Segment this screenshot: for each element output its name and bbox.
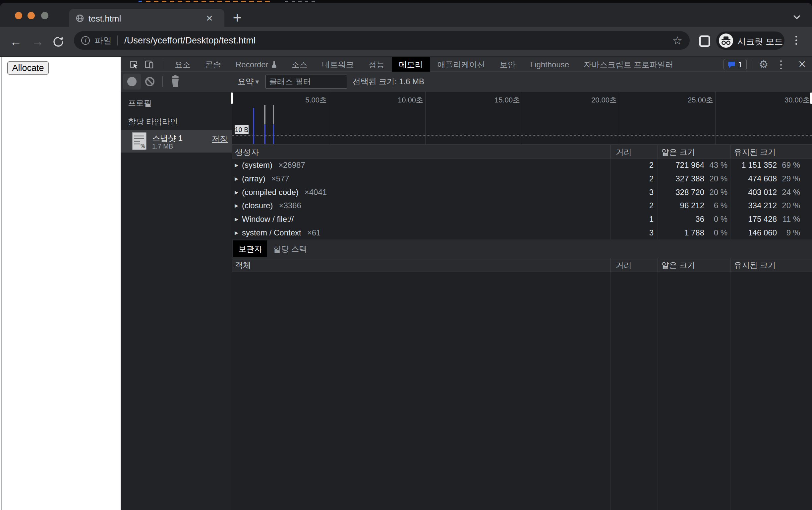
disclosure-triangle-icon[interactable]: ▸ [235, 201, 242, 210]
window-zoom-button[interactable] [41, 12, 49, 19]
column-object[interactable]: 객체 [235, 258, 251, 272]
timeline-gridline [619, 92, 619, 145]
snapshot-icon: % [132, 132, 147, 150]
tab-js-profiler[interactable]: 자바스크립트 프로파일러 [576, 57, 681, 72]
inspect-element-icon[interactable] [129, 60, 138, 69]
tab-search-chevron-icon[interactable] [791, 12, 803, 22]
devtools-settings-gear-icon[interactable]: ⚙ [758, 58, 769, 71]
browser-tab[interactable]: test.html × [69, 9, 224, 27]
tab-console[interactable]: 콘솔 [198, 57, 228, 72]
tab-allocation-stack[interactable]: 할당 스택 [272, 240, 308, 257]
column-divider[interactable] [658, 258, 658, 272]
column-shallow-size[interactable]: 얕은 크기 [661, 258, 695, 272]
snapshot-size: 1.7 MB [152, 143, 173, 150]
new-tab-button[interactable]: + [230, 10, 245, 25]
constructor-table-header: 생성자 거리 얕은 크기 유지된 크기 [232, 145, 812, 159]
tab-lighthouse[interactable]: Lighthouse [523, 57, 576, 72]
column-divider[interactable] [730, 258, 730, 272]
tab-close-icon[interactable]: × [203, 11, 216, 25]
tab-recorder[interactable]: Recorder [228, 57, 284, 72]
device-toolbar-icon[interactable] [145, 60, 154, 69]
shallow-percent: 0 % [706, 228, 727, 237]
disclosure-triangle-icon[interactable]: ▸ [235, 215, 242, 224]
site-info-icon[interactable]: i [81, 36, 90, 45]
table-row[interactable]: ▸system / Context×61 3 1 7880 % 146 0609… [232, 226, 812, 239]
disclosure-triangle-icon[interactable]: ▸ [235, 161, 242, 169]
allocation-bar [264, 124, 266, 144]
browser-menu-icon[interactable] [795, 36, 797, 45]
disclosure-triangle-icon[interactable]: ▸ [235, 188, 242, 197]
table-row[interactable]: ▸(compiled code)×4041 3 328 72020 % 403 … [232, 186, 812, 199]
devtools-menu-icon[interactable] [780, 60, 782, 69]
column-divider[interactable] [658, 145, 658, 159]
record-heap-button[interactable] [127, 77, 137, 86]
table-row[interactable]: ▸(system)×26987 2 721 96443 % 1 151 3526… [232, 159, 812, 172]
allocation-bar [253, 108, 254, 144]
window-minimize-button[interactable] [28, 12, 35, 19]
column-distance[interactable]: 거리 [616, 145, 632, 159]
table-row[interactable]: ▸(closure)×3366 2 96 2126 % 334 21220 % [232, 199, 812, 213]
issues-counter[interactable]: 1 [723, 59, 747, 70]
window-close-button[interactable] [15, 12, 22, 19]
column-divider[interactable] [610, 145, 611, 159]
background-strip [0, 0, 812, 3]
column-shallow-size[interactable]: 얕은 크기 [661, 145, 695, 159]
column-divider[interactable] [610, 258, 611, 272]
forward-button[interactable]: → [31, 34, 44, 49]
page-content: Allocate [0, 57, 121, 510]
allocation-bar [273, 124, 274, 144]
tab-security[interactable]: 보안 [492, 57, 523, 72]
address-bar[interactable]: i 파일 /Users/yceffort/Desktop/test.html ☆ [74, 31, 690, 50]
tab-retainers[interactable]: 보관자 [233, 240, 267, 257]
snapshot-save-link[interactable]: 저장 [212, 134, 228, 144]
reload-button[interactable] [52, 36, 64, 48]
bookmark-star-icon[interactable]: ☆ [672, 34, 683, 47]
incognito-icon [719, 33, 733, 48]
retained-size: 175 428 [748, 215, 777, 224]
profiles-sidebar: 프로필 할당 타임라인 % 스냅샷 1 1.7 MB 저 [121, 92, 232, 510]
shallow-size: 1 788 [684, 228, 704, 237]
timeline-left-handle[interactable] [231, 92, 233, 104]
timeline-gridline [522, 92, 522, 145]
tab-memory[interactable]: 메모리 [392, 57, 430, 72]
tab-performance[interactable]: 성능 [361, 57, 392, 72]
column-retained-size[interactable]: 유지된 크기 [734, 258, 776, 272]
retained-percent: 20 % [779, 201, 800, 210]
disclosure-triangle-icon[interactable]: ▸ [235, 174, 242, 183]
tab-sources[interactable]: 소스 [284, 57, 315, 72]
delete-profile-icon[interactable] [171, 76, 180, 87]
perspective-select[interactable]: 요약 [238, 72, 253, 91]
column-divider[interactable] [730, 145, 730, 159]
clear-profiles-icon[interactable] [145, 77, 154, 86]
incognito-badge[interactable]: 시크릿 모드 [716, 31, 784, 50]
back-button[interactable]: ← [9, 34, 23, 49]
timeline-tick-label: 10.00초 [384, 95, 423, 105]
constructor-table-body: ▸(system)×26987 2 721 96443 % 1 151 3526… [232, 159, 812, 239]
allocation-timeline-section-label: 할당 타임라인 [128, 116, 178, 127]
disclosure-triangle-icon[interactable]: ▸ [235, 228, 242, 237]
class-filter-input[interactable] [266, 75, 347, 88]
column-distance[interactable]: 거리 [616, 258, 632, 272]
browser-window: test.html × + ← → i 파일 /Users/yce [0, 3, 812, 510]
devtools-close-icon[interactable]: × [795, 57, 809, 71]
allocation-timeline-chart[interactable]: 5.00초 10.00초 15.00초 20.00초 25.00초 30.00초… [232, 92, 812, 145]
snapshot-item[interactable]: % 스냅샷 1 1.7 MB 저장 [121, 130, 232, 152]
timeline-right-handle[interactable] [810, 92, 812, 104]
retained-size: 474 608 [748, 174, 777, 183]
column-retained-size[interactable]: 유지된 크기 [734, 145, 776, 159]
screen: test.html × + ← → i 파일 /Users/yce [0, 0, 812, 510]
record-button-container [123, 74, 141, 89]
allocate-button[interactable]: Allocate [7, 61, 49, 75]
table-row[interactable]: ▸Window / file:// 1 360 % 175 42811 % [232, 213, 812, 226]
tab-network[interactable]: 네트워크 [315, 57, 361, 72]
tab-application[interactable]: 애플리케이션 [430, 57, 492, 72]
flask-icon [271, 61, 277, 68]
url-text[interactable]: /Users/yceffort/Desktop/test.html [124, 35, 255, 46]
column-divider [610, 159, 611, 239]
timeline-tick-label: 20.00초 [577, 95, 617, 105]
table-row[interactable]: ▸(array)×577 2 327 38820 % 474 60829 % [232, 172, 812, 186]
tab-elements[interactable]: 요소 [168, 57, 198, 72]
column-constructor[interactable]: 생성자 [235, 145, 259, 159]
constructor-name: Window / file:// [242, 215, 294, 224]
side-panel-icon[interactable] [699, 35, 711, 47]
